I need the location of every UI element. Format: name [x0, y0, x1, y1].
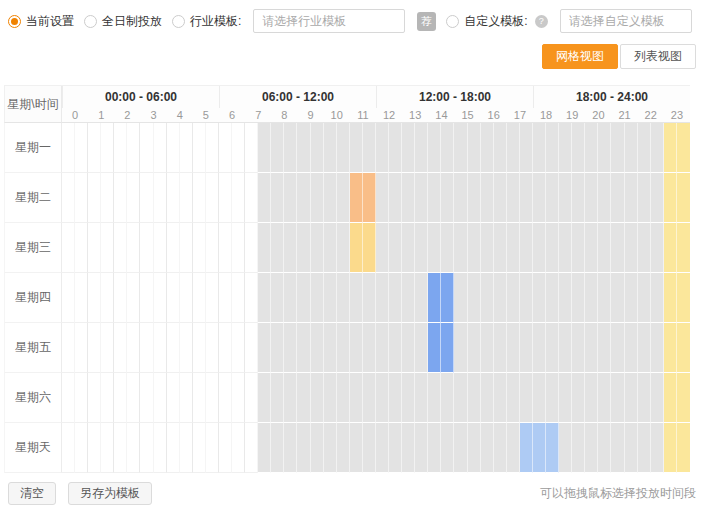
schedule-cell[interactable] — [62, 223, 75, 273]
schedule-cell[interactable] — [559, 323, 572, 373]
schedule-cell[interactable] — [559, 373, 572, 423]
schedule-cell[interactable] — [219, 273, 232, 323]
schedule-cell[interactable] — [88, 323, 101, 373]
schedule-cell[interactable] — [324, 123, 337, 173]
schedule-cell[interactable] — [75, 423, 88, 473]
schedule-cell[interactable] — [62, 373, 75, 423]
schedule-cell[interactable] — [101, 323, 114, 373]
schedule-cell[interactable] — [441, 423, 454, 473]
schedule-cell[interactable] — [625, 273, 638, 323]
schedule-cell[interactable] — [638, 423, 651, 473]
schedule-cell[interactable] — [389, 223, 402, 273]
schedule-cell[interactable] — [337, 123, 350, 173]
schedule-cell[interactable] — [324, 373, 337, 423]
schedule-cell[interactable] — [625, 373, 638, 423]
schedule-cell[interactable] — [454, 123, 467, 173]
schedule-cell[interactable] — [402, 223, 415, 273]
schedule-cell[interactable] — [88, 423, 101, 473]
schedule-cell[interactable] — [337, 423, 350, 473]
schedule-cell[interactable] — [415, 323, 428, 373]
schedule-cell[interactable] — [428, 123, 441, 173]
schedule-cell[interactable] — [75, 273, 88, 323]
radio-current-settings[interactable]: 当前设置 — [8, 13, 74, 30]
schedule-cell[interactable] — [572, 373, 585, 423]
schedule-cell[interactable] — [625, 423, 638, 473]
schedule-cell[interactable] — [585, 323, 598, 373]
schedule-cell[interactable] — [311, 423, 324, 473]
schedule-cell[interactable] — [546, 373, 559, 423]
schedule-cell[interactable] — [337, 273, 350, 323]
schedule-cell[interactable] — [376, 423, 389, 473]
schedule-cell[interactable] — [376, 323, 389, 373]
schedule-cell[interactable] — [664, 423, 677, 473]
schedule-cell[interactable] — [154, 373, 167, 423]
schedule-cell[interactable] — [258, 273, 271, 323]
schedule-cell[interactable] — [284, 123, 297, 173]
schedule-cell[interactable] — [507, 423, 520, 473]
schedule-cell[interactable] — [559, 223, 572, 273]
schedule-cell[interactable] — [415, 173, 428, 223]
schedule-cell[interactable] — [585, 223, 598, 273]
schedule-cell[interactable] — [481, 123, 494, 173]
schedule-cell[interactable] — [585, 123, 598, 173]
schedule-cell[interactable] — [611, 373, 624, 423]
schedule-cell[interactable] — [507, 373, 520, 423]
schedule-cell[interactable] — [284, 223, 297, 273]
schedule-cell[interactable] — [625, 223, 638, 273]
schedule-cell[interactable] — [389, 373, 402, 423]
schedule-cell[interactable] — [402, 273, 415, 323]
schedule-cell[interactable] — [454, 223, 467, 273]
schedule-cell[interactable] — [297, 323, 310, 373]
schedule-cell[interactable] — [154, 273, 167, 323]
schedule-cell[interactable] — [350, 373, 363, 423]
schedule-cell[interactable] — [245, 123, 258, 173]
schedule-cell[interactable] — [441, 273, 454, 323]
schedule-cell[interactable] — [167, 423, 180, 473]
schedule-cell[interactable] — [258, 223, 271, 273]
schedule-cell[interactable] — [127, 423, 140, 473]
schedule-cell[interactable] — [376, 123, 389, 173]
schedule-cell[interactable] — [638, 123, 651, 173]
schedule-cell[interactable] — [297, 173, 310, 223]
schedule-cell[interactable] — [507, 273, 520, 323]
schedule-cell[interactable] — [114, 173, 127, 223]
schedule-cell[interactable] — [311, 273, 324, 323]
schedule-cell[interactable] — [533, 423, 546, 473]
schedule-cell[interactable] — [651, 373, 664, 423]
schedule-cell[interactable] — [441, 373, 454, 423]
schedule-cell[interactable] — [520, 123, 533, 173]
schedule-cell[interactable] — [468, 423, 481, 473]
schedule-cell[interactable] — [258, 173, 271, 223]
schedule-cell[interactable] — [402, 173, 415, 223]
schedule-cell[interactable] — [546, 123, 559, 173]
schedule-cell[interactable] — [572, 223, 585, 273]
clear-button[interactable]: 清空 — [8, 482, 56, 505]
schedule-cell[interactable] — [611, 423, 624, 473]
schedule-cell[interactable] — [127, 273, 140, 323]
schedule-cell[interactable] — [625, 323, 638, 373]
schedule-cell[interactable] — [572, 273, 585, 323]
schedule-cell[interactable] — [363, 373, 376, 423]
schedule-cell[interactable] — [206, 173, 219, 223]
schedule-cell[interactable] — [585, 273, 598, 323]
schedule-cell[interactable] — [75, 373, 88, 423]
schedule-cell[interactable] — [127, 373, 140, 423]
schedule-cell[interactable] — [428, 323, 441, 373]
schedule-cell[interactable] — [638, 223, 651, 273]
schedule-cell[interactable] — [454, 323, 467, 373]
schedule-cell[interactable] — [572, 123, 585, 173]
schedule-cell[interactable] — [206, 373, 219, 423]
schedule-cell[interactable] — [311, 173, 324, 223]
schedule-cell[interactable] — [167, 173, 180, 223]
schedule-cell[interactable] — [468, 373, 481, 423]
schedule-cell[interactable] — [389, 423, 402, 473]
schedule-cell[interactable] — [520, 223, 533, 273]
schedule-cell[interactable] — [127, 123, 140, 173]
schedule-cell[interactable] — [585, 423, 598, 473]
schedule-cell[interactable] — [167, 123, 180, 173]
schedule-cell[interactable] — [638, 273, 651, 323]
radio-industry-template[interactable]: 行业模板: — [172, 13, 241, 30]
schedule-cell[interactable] — [533, 223, 546, 273]
schedule-cell[interactable] — [651, 273, 664, 323]
schedule-cell[interactable] — [88, 223, 101, 273]
